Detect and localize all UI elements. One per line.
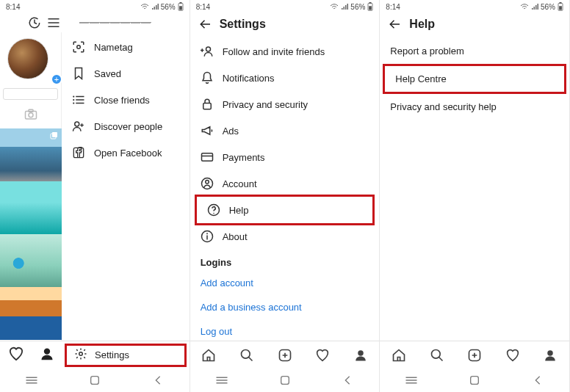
activity-icon[interactable] [28,16,41,29]
settings-item-label: Account [223,178,257,189]
help-item-privacy-help[interactable]: Privacy and security help [380,94,569,120]
help-item-label: Report a problem [390,46,463,57]
drawer-item-saved[interactable]: Saved [62,60,190,87]
drawer-item-facebook[interactable]: Open Facebook [62,139,190,166]
drawer-item-settings[interactable]: Settings [65,344,187,367]
status-battery: 56% [541,3,555,11]
sys-back-icon[interactable] [530,372,546,388]
nav-search-icon[interactable] [429,347,445,363]
info-icon [201,230,214,243]
status-bar: 8:14 56% [380,0,569,13]
settings-item-account[interactable]: Account [190,170,380,197]
instagram-nav [190,341,380,369]
nav-profile-icon[interactable] [542,347,558,363]
nav-home-icon[interactable] [201,347,217,363]
account-icon [201,177,214,190]
status-battery: 56% [161,3,176,11]
settings-item-ads[interactable]: Ads [190,117,380,144]
status-time: 8:14 [6,3,20,11]
help-item-help-centre[interactable]: Help Centre [383,64,566,94]
drawer-item-label: Saved [94,68,121,79]
settings-item-notifications[interactable]: Notifications [190,65,380,91]
nav-home-icon[interactable] [391,347,407,363]
settings-item-payments[interactable]: Payments [190,144,380,170]
add-friend-icon [201,45,214,58]
svg-point-15 [79,352,83,356]
nametag-icon [72,40,85,54]
side-drawer: Nametag Saved Close friends Discover peo… [62,32,190,341]
link-add-business[interactable]: Add a business account [190,295,380,319]
post-thumbnail[interactable] [0,287,62,340]
svg-rect-19 [369,2,372,4]
svg-rect-16 [90,377,98,385]
settings-item-label: Ads [223,126,239,137]
facebook-icon [72,146,85,159]
help-title: Help [409,18,435,31]
settings-icon [74,347,87,363]
bell-icon [201,71,214,84]
link-log-out[interactable]: Log out [190,319,380,341]
svg-point-11 [73,102,74,104]
link-add-account[interactable]: Add account [190,271,380,295]
add-story-icon[interactable]: + [51,73,62,85]
drawer-item-close-friends[interactable]: Close friends [62,87,190,113]
sys-recent-icon[interactable] [403,372,419,388]
post-thumbnail[interactable] [0,234,62,287]
svg-point-26 [213,213,214,214]
settings-item-about[interactable]: About [190,223,380,250]
svg-point-10 [73,99,74,101]
wifi-icon [330,3,339,10]
settings-item-privacy[interactable]: Privacy and security [190,91,380,117]
status-bar: 8:14 56% [190,0,380,13]
settings-item-follow-invite[interactable]: Follow and invite friends [190,38,380,65]
hamburger-icon[interactable] [47,18,60,28]
sys-recent-icon[interactable] [214,372,230,388]
post-thumbnail[interactable] [0,181,62,234]
sys-home-icon[interactable] [466,372,483,388]
tagged-tab-icon[interactable] [0,106,61,128]
profile-strip: + [0,32,62,341]
list-icon [72,93,85,106]
sys-back-icon[interactable] [150,372,166,388]
nav-profile-icon[interactable] [353,347,369,363]
nav-activity-icon[interactable] [505,347,521,363]
sys-back-icon[interactable] [339,372,356,388]
back-icon[interactable] [389,18,402,31]
back-icon[interactable] [199,18,212,31]
svg-rect-21 [203,104,211,109]
sys-home-icon[interactable] [87,372,103,388]
wifi-icon [520,3,529,10]
settings-item-label: Payments [223,152,265,163]
nav-add-icon[interactable] [466,347,483,363]
bookmark-icon [72,67,85,80]
avatar[interactable] [7,38,48,79]
nav-add-icon[interactable] [277,347,293,363]
svg-rect-22 [201,153,212,161]
nav-activity-icon[interactable] [314,347,331,363]
svg-rect-1 [179,6,182,10]
drawer-item-discover[interactable]: Discover people [62,113,190,139]
settings-item-help[interactable]: Help [195,195,375,225]
drawer-item-nametag[interactable]: Nametag [62,34,190,60]
help-header: Help [380,13,569,38]
sys-home-icon[interactable] [277,372,293,388]
nav-profile-icon[interactable] [40,346,54,363]
svg-point-8 [77,46,81,49]
drawer-item-label: Close friends [94,95,150,106]
settings-label: Settings [95,349,129,360]
system-nav [380,369,569,392]
help-item-report[interactable]: Report a problem [380,38,569,64]
settings-item-label: About [223,231,248,242]
profile-search-placeholder[interactable] [3,88,58,100]
nav-activity-icon[interactable] [8,346,24,363]
nav-search-icon[interactable] [239,347,255,363]
svg-point-4 [29,113,33,117]
discover-people-icon [72,120,85,133]
post-thumbnail[interactable] [0,128,62,181]
status-time: 8:14 [196,3,210,11]
settings-item-label: Help [229,205,249,216]
signal-icon [151,3,159,10]
drawer-item-label: Nametag [94,42,133,53]
panel-help: 8:14 56% Help Report a problem Help Cent… [380,0,570,392]
sys-recent-icon[interactable] [24,372,40,388]
